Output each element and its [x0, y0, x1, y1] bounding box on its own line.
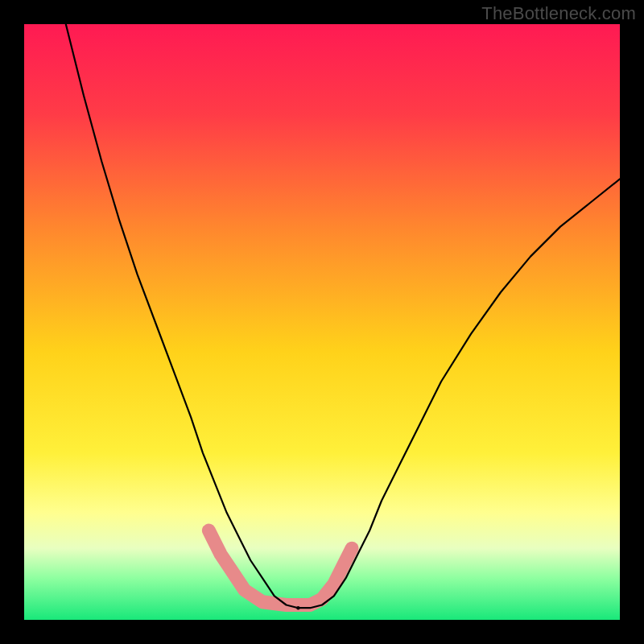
outer-frame: TheBottleneck.com — [0, 0, 644, 644]
watermark-text: TheBottleneck.com — [481, 3, 636, 24]
gradient-background — [24, 24, 620, 620]
plot-area — [24, 24, 620, 620]
bottleneck-chart — [24, 24, 620, 620]
vertex-dot — [296, 606, 299, 609]
